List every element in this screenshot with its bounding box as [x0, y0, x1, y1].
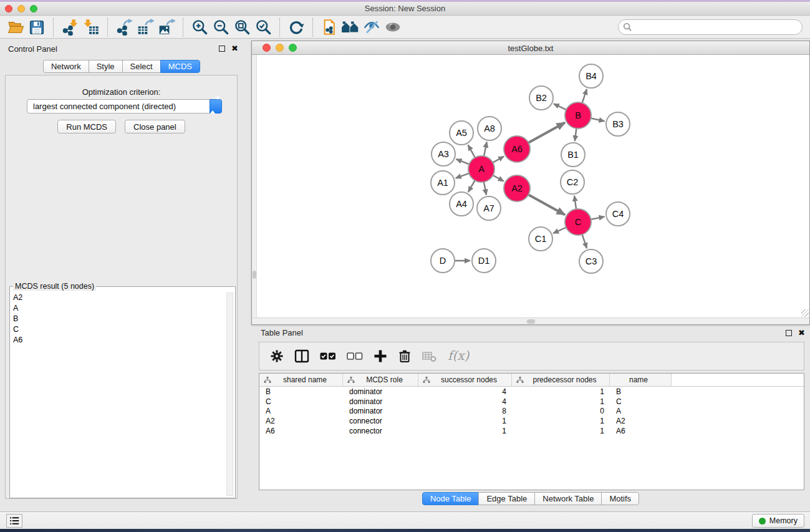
task-history-button[interactable] [6, 514, 22, 528]
zoom-out-icon[interactable] [210, 17, 231, 37]
mcds-result-item[interactable]: B [11, 314, 226, 324]
export-network-icon[interactable] [113, 17, 135, 37]
open-session-icon[interactable] [5, 17, 26, 37]
optimization-criterion-select[interactable]: largest connected component (directed) [27, 99, 222, 114]
search-input[interactable] [635, 22, 802, 32]
node-label-C4: C4 [612, 209, 624, 219]
mcds-result-item[interactable]: A [11, 303, 226, 314]
tree-icon [516, 377, 524, 384]
tree-icon [423, 377, 430, 384]
network-title: testGlobe.txt [252, 44, 809, 53]
mcds-result-box: MCDS result (5 nodes) A2ABCA6 [9, 286, 236, 498]
node-label-C2: C2 [567, 177, 579, 187]
node-label-B2: B2 [536, 93, 547, 103]
show-panel-icon[interactable] [382, 17, 403, 37]
delete-row-icon[interactable] [398, 349, 412, 363]
tree-icon [347, 377, 355, 384]
function-builder-icon[interactable]: f(x) [447, 349, 471, 364]
column-header-predecessor-nodes[interactable]: predecessor nodes [512, 374, 610, 386]
svg-text:f(x): f(x) [448, 349, 470, 363]
network-horizontal-scrollbar[interactable] [252, 317, 809, 324]
close-panel-button[interactable]: Close panel [125, 120, 185, 133]
home-icon[interactable] [340, 17, 361, 37]
table-row[interactable]: Bdominator41B [259, 387, 804, 397]
close-panel-icon[interactable]: ✖ [231, 45, 238, 52]
zoom-selected-icon[interactable] [253, 17, 274, 37]
table-row[interactable]: Cdominator41C [259, 397, 804, 407]
delete-column-icon[interactable] [422, 349, 436, 363]
table-options-icon[interactable] [270, 349, 284, 363]
column-header-mcds-role[interactable]: MCDS role [343, 374, 418, 386]
tab-edge-table[interactable]: Edge Table [478, 492, 535, 505]
toolbar-separator [279, 18, 280, 37]
toolbar-separator [53, 18, 54, 37]
tab-network-table[interactable]: Network Table [534, 492, 602, 505]
network-canvas[interactable]: AA1A2A3A4A5A6A7A8BB1B2B3B4CC1C2C3C4DD1 [252, 55, 809, 317]
column-label: name [610, 375, 671, 384]
cell-name: A2 [610, 417, 672, 425]
cell-mcds-role: dominator [343, 387, 418, 396]
column-header-name[interactable]: name [610, 374, 672, 386]
export-table-icon[interactable] [135, 17, 156, 37]
node-label-C3: C3 [586, 256, 597, 266]
column-label: predecessor nodes [524, 375, 609, 384]
tab-network[interactable]: Network [43, 60, 89, 73]
node-label-A2: A2 [511, 183, 523, 193]
tab-motifs[interactable]: Motifs [601, 492, 639, 505]
table-row[interactable]: A2connector11A2 [259, 416, 804, 426]
show-columns-icon[interactable] [294, 349, 309, 363]
mcds-result-item[interactable]: A6 [11, 335, 226, 346]
table-row[interactable]: Adominator80A [259, 407, 804, 417]
import-table-icon[interactable] [80, 17, 102, 37]
cell-predecessor-nodes: 0 [512, 407, 610, 415]
export-image-icon[interactable] [156, 17, 177, 37]
zoom-fit-icon[interactable] [231, 17, 253, 37]
zoom-in-icon[interactable] [189, 17, 210, 37]
node-table[interactable]: shared nameMCDS rolesuccessor nodesprede… [259, 373, 804, 490]
node-label-A3: A3 [438, 149, 449, 159]
mcds-panel: Optimization criterion: largest connecte… [5, 75, 238, 499]
float-table-panel-icon[interactable] [786, 330, 792, 336]
cell-successor-nodes: 4 [418, 387, 512, 396]
tab-style[interactable]: Style [89, 60, 123, 73]
close-table-panel-icon[interactable]: ✖ [798, 329, 805, 337]
table-row[interactable]: A6connector11A6 [259, 426, 804, 436]
node-label-A7: A7 [483, 203, 494, 213]
desktop-background [0, 529, 810, 532]
mcds-result-item[interactable]: A2 [11, 293, 226, 303]
save-session-icon[interactable] [26, 17, 47, 37]
tab-node-table[interactable]: Node Table [422, 492, 480, 505]
tab-select[interactable]: Select [122, 60, 161, 73]
select-all-icon[interactable] [320, 349, 336, 363]
resize-grip-icon[interactable] [801, 309, 809, 317]
node-label-C1: C1 [535, 234, 547, 244]
cell-predecessor-nodes: 1 [512, 417, 610, 425]
deselect-all-icon[interactable] [347, 349, 363, 363]
status-bar: Memory [0, 511, 810, 529]
cell-successor-nodes: 1 [418, 417, 512, 425]
hide-panel-icon[interactable] [361, 17, 382, 37]
column-header-successor-nodes[interactable]: successor nodes [418, 374, 512, 386]
open-sample-icon[interactable] [319, 17, 340, 37]
mcds-result-scrollbar[interactable] [226, 293, 233, 496]
refresh-layout-icon[interactable] [286, 17, 307, 37]
network-vertical-scrollbar[interactable] [252, 55, 257, 317]
run-mcds-button[interactable]: Run MCDS [57, 120, 116, 133]
network-window-titlebar: testGlobe.txt [252, 41, 809, 55]
memory-label: Memory [769, 516, 798, 525]
column-header-shared-name[interactable]: shared name [259, 374, 343, 386]
cell-mcds-role: connector [343, 427, 418, 435]
node-label-A6: A6 [511, 144, 523, 154]
dropdown-stepper-icon [210, 99, 222, 114]
mcds-result-item[interactable]: C [11, 324, 226, 335]
search-field[interactable] [618, 19, 803, 35]
tab-mcds[interactable]: MCDS [160, 60, 200, 73]
import-network-icon[interactable] [59, 17, 80, 37]
mcds-result-list[interactable]: A2ABCA6 [11, 293, 226, 496]
memory-button[interactable]: Memory [752, 514, 804, 528]
toolbar-separator [183, 18, 183, 37]
node-table-header: shared nameMCDS rolesuccessor nodesprede… [259, 374, 804, 387]
float-panel-icon[interactable] [219, 46, 225, 52]
cell-predecessor-nodes: 1 [512, 427, 610, 435]
add-column-icon[interactable] [374, 349, 387, 363]
